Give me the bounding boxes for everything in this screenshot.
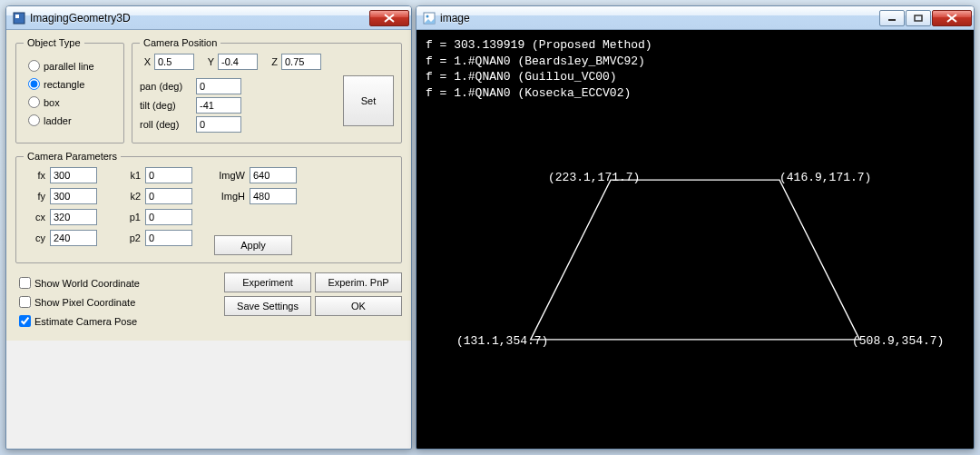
app-icon xyxy=(12,11,26,25)
p2-input[interactable] xyxy=(145,230,192,246)
camera-position-legend: Camera Position xyxy=(140,37,220,48)
output-line: f = 1.#QNAN0 (Kosecka_ECCV02) xyxy=(426,85,965,102)
ok-button[interactable]: OK xyxy=(315,296,402,316)
radio-ladder-label: ladder xyxy=(44,115,72,126)
imaging-geometry-window: ImagingGeometry3D Object Type parallel l… xyxy=(5,5,412,450)
corner-tl-label: (223.1,171.7) xyxy=(548,171,640,184)
corner-br-label: (508.9,354.7) xyxy=(852,334,944,348)
fy-label: fy xyxy=(24,191,45,202)
camera-parameters-group: Camera Parameters fx fy cx cy k1 k2 p1 p… xyxy=(15,151,402,263)
estimate-camera-pose-label: Estimate Camera Pose xyxy=(34,316,137,327)
object-type-group: Object Type parallel line rectangle box … xyxy=(15,37,124,143)
svg-rect-7 xyxy=(915,15,922,21)
maximize-button[interactable] xyxy=(906,10,931,26)
p1-input[interactable] xyxy=(145,209,192,225)
minimize-button[interactable] xyxy=(879,10,905,26)
radio-parallel-line-label: parallel line xyxy=(44,61,94,72)
image-window: image f = 303.139919 (Proposed Method) f… xyxy=(416,5,975,450)
image-viewport: f = 303.139919 (Proposed Method) f = 1.#… xyxy=(416,30,974,449)
y-label: Y xyxy=(198,56,214,67)
show-pixel-coord-label: Show Pixel Coordinate xyxy=(34,297,135,308)
z-label: Z xyxy=(261,56,278,67)
x-input[interactable] xyxy=(154,54,194,70)
cy-label: cy xyxy=(24,232,45,243)
apply-button[interactable]: Apply xyxy=(214,235,292,255)
output-text: f = 303.139919 (Proposed Method) f = 1.#… xyxy=(426,37,965,101)
fy-input[interactable] xyxy=(50,188,97,204)
camera-parameters-legend: Camera Parameters xyxy=(24,151,121,162)
output-line: f = 1.#QNAN0 (Beardsley_BMVC92) xyxy=(426,54,965,70)
pan-input[interactable] xyxy=(196,78,241,94)
object-type-legend: Object Type xyxy=(24,37,84,48)
imgw-input[interactable] xyxy=(250,167,297,183)
z-input[interactable] xyxy=(281,54,321,70)
p2-label: p2 xyxy=(119,232,141,243)
window-title: ImagingGeometry3D xyxy=(30,12,369,25)
radio-box[interactable]: box xyxy=(24,94,116,108)
radio-ladder[interactable]: ladder xyxy=(24,112,116,126)
roll-input[interactable] xyxy=(196,116,241,133)
k1-input[interactable] xyxy=(145,167,192,183)
dialog-body: Object Type parallel line rectangle box … xyxy=(6,30,411,341)
radio-rectangle[interactable]: rectangle xyxy=(24,75,116,90)
set-button[interactable]: Set xyxy=(343,75,394,126)
cy-input[interactable] xyxy=(50,230,97,246)
imgh-label: ImgH xyxy=(214,191,245,202)
titlebar[interactable]: ImagingGeometry3D xyxy=(6,6,411,30)
radio-rectangle-label: rectangle xyxy=(44,79,84,90)
image-icon xyxy=(422,11,436,25)
pan-label: pan (deg) xyxy=(140,81,191,92)
x-label: X xyxy=(140,56,151,67)
output-line: f = 303.139919 (Proposed Method) xyxy=(426,37,965,54)
tilt-label: tilt (deg) xyxy=(140,100,191,111)
svg-point-5 xyxy=(426,15,429,17)
y-input[interactable] xyxy=(218,54,258,70)
p1-label: p1 xyxy=(119,212,141,223)
radio-box-label: box xyxy=(44,97,60,108)
experiment-button[interactable]: Experiment xyxy=(224,272,311,292)
cx-input[interactable] xyxy=(50,209,97,225)
imgh-input[interactable] xyxy=(250,188,297,204)
close-button[interactable] xyxy=(932,10,972,26)
corner-tr-label: (416.9,171.7) xyxy=(779,171,871,184)
estimate-camera-pose-check[interactable]: Estimate Camera Pose xyxy=(15,312,140,330)
close-button[interactable] xyxy=(369,10,409,26)
show-world-coord-label: Show World Coordinate xyxy=(34,278,140,289)
svg-marker-10 xyxy=(531,180,860,340)
cx-label: cx xyxy=(24,212,45,223)
titlebar[interactable]: image xyxy=(416,6,974,30)
show-world-coord-check[interactable]: Show World Coordinate xyxy=(15,274,140,292)
window-title: image xyxy=(440,12,879,25)
imgw-label: ImgW xyxy=(214,170,245,181)
output-line: f = 1.#QNAN0 (Guillou_VC00) xyxy=(426,69,965,85)
camera-position-group: Camera Position X Y Z pan (deg) tilt (de… xyxy=(132,37,402,143)
k2-label: k2 xyxy=(119,191,141,202)
svg-rect-1 xyxy=(15,15,19,18)
save-settings-button[interactable]: Save Settings xyxy=(224,296,311,316)
experiment-pnp-button[interactable]: Experim. PnP xyxy=(315,272,402,292)
radio-parallel-line[interactable]: parallel line xyxy=(24,57,116,72)
roll-label: roll (deg) xyxy=(140,119,191,130)
k2-input[interactable] xyxy=(145,188,192,204)
tilt-input[interactable] xyxy=(196,97,241,114)
corner-bl-label: (131.1,354.7) xyxy=(456,334,548,348)
show-pixel-coord-check[interactable]: Show Pixel Coordinate xyxy=(15,293,140,311)
fx-input[interactable] xyxy=(50,167,97,183)
k1-label: k1 xyxy=(119,170,141,181)
fx-label: fx xyxy=(24,170,45,181)
